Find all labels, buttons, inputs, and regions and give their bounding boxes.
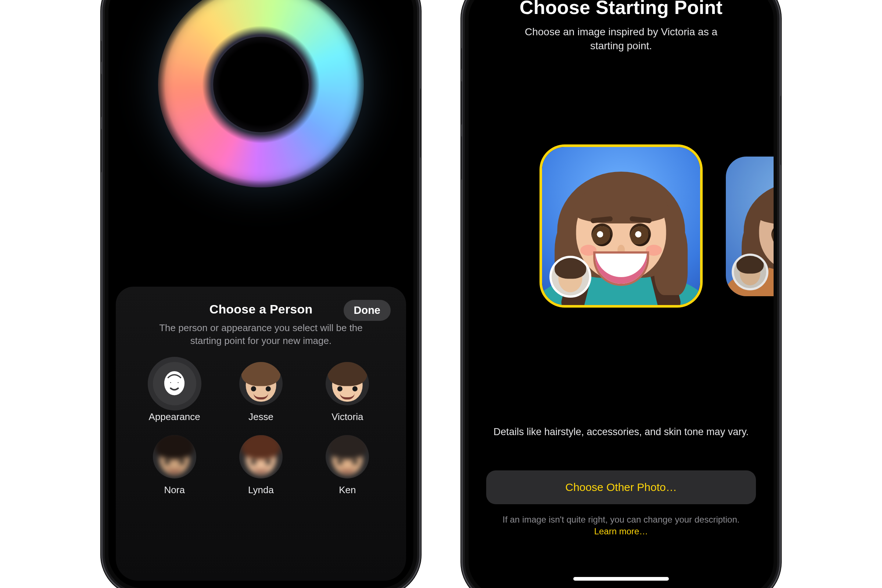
person-victoria[interactable]: Victoria	[315, 362, 380, 423]
person-label: Appearance	[149, 411, 200, 423]
phone-right: Choose Starting Point Choose an image in…	[461, 0, 781, 588]
silence-switch[interactable]	[101, 40, 102, 63]
generative-ring-hero	[108, 0, 413, 272]
footnote-text: If an image isn't quite right, you can c…	[503, 514, 692, 524]
silence-switch[interactable]	[461, 48, 462, 70]
person-label: Victoria	[332, 411, 363, 423]
person-label: Lynda	[248, 484, 274, 496]
avatar	[239, 435, 283, 478]
volume-up-button[interactable]	[461, 81, 462, 125]
avatar	[239, 362, 283, 405]
person-lynda[interactable]: Lynda	[229, 435, 293, 496]
variation-disclaimer: Details like hairstyle, accessories, and…	[469, 426, 774, 438]
person-jesse[interactable]: Jesse	[229, 362, 293, 423]
person-label: Nora	[164, 484, 184, 496]
person-ken[interactable]: Ken	[315, 435, 380, 496]
learn-more-link[interactable]: Learn more…	[594, 526, 648, 536]
footnote-text: description.	[694, 514, 740, 524]
gradient-ring-icon	[158, 0, 364, 188]
appearance-glyph-icon	[153, 362, 196, 405]
starting-point-card-selected[interactable]	[542, 147, 700, 305]
page-title: Choose Starting Point	[487, 0, 755, 18]
page-subtitle: Choose an image inspired by Victoria as …	[511, 25, 731, 53]
person-label: Ken	[339, 484, 356, 496]
starting-point-card-next[interactable]	[726, 156, 774, 296]
person-label: Jesse	[248, 411, 273, 423]
avatar	[326, 362, 369, 405]
starting-point-carousel[interactable]	[469, 143, 774, 320]
power-button[interactable]	[420, 88, 421, 158]
done-button[interactable]: Done	[344, 300, 391, 321]
volume-up-button[interactable]	[101, 74, 102, 118]
person-nora[interactable]: Nora	[142, 435, 207, 496]
svg-point-2	[177, 381, 179, 384]
screen-left: Choose a Person Done The person or appea…	[108, 0, 413, 588]
avatar	[153, 435, 196, 478]
phone-left: Choose a Person Done The person or appea…	[101, 0, 421, 588]
home-indicator[interactable]	[573, 577, 669, 580]
choose-person-sheet: Choose a Person Done The person or appea…	[116, 286, 406, 580]
volume-down-button[interactable]	[461, 136, 462, 180]
power-button[interactable]	[780, 96, 781, 165]
footnote: If an image isn't quite right, you can c…	[469, 514, 774, 538]
source-photo-thumb	[734, 256, 766, 288]
person-appearance[interactable]: Appearance	[142, 362, 207, 423]
screen-right: Choose Starting Point Choose an image in…	[469, 0, 774, 588]
sheet-subtitle: The person or appearance you select will…	[147, 322, 375, 347]
people-grid: Appearance Jesse	[131, 362, 391, 496]
choose-other-photo-button[interactable]: Choose Other Photo…	[486, 470, 756, 504]
source-photo-thumb	[552, 258, 589, 296]
volume-down-button[interactable]	[101, 129, 102, 173]
avatar	[326, 435, 369, 478]
svg-point-1	[170, 381, 172, 384]
